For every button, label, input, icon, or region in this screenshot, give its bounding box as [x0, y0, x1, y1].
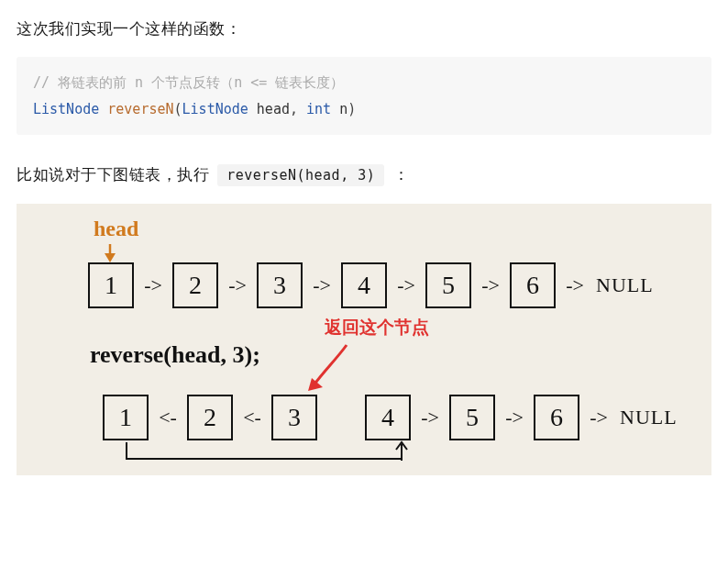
list-node: 2 [187, 395, 233, 440]
list-node: 3 [257, 262, 303, 308]
code-arg2: n [339, 101, 347, 117]
code-paren-close: ) [347, 101, 356, 117]
list-node: 4 [341, 262, 387, 308]
list-node: 4 [365, 395, 411, 440]
arrow-forward-icon: -> [471, 262, 510, 308]
svg-marker-2 [308, 378, 323, 391]
example-paragraph: 比如说对于下图链表，执行 reverseN(head, 3) ： [17, 161, 711, 190]
list-node: 3 [271, 395, 317, 440]
call-expression: reverse(head, 3); [90, 341, 697, 369]
arrow-forward-icon: -> [495, 395, 534, 440]
return-note-label: 返回这个节点 [325, 316, 429, 340]
arrow-back-icon: <- [233, 395, 271, 440]
arrow-forward-icon: -> [303, 262, 341, 308]
code-paren-open: ( [174, 101, 182, 117]
original-list-row: 1 -> 2 -> 3 -> 4 -> 5 -> 6 -> NULL [31, 262, 697, 308]
null-label: NULL [620, 406, 678, 429]
entry-arrow-icon [392, 439, 411, 462]
intro-paragraph: 这次我们实现一个这样的函数： [17, 15, 711, 44]
head-pointer-arrow-icon [101, 242, 119, 264]
arrow-null-icon: -> [579, 395, 618, 440]
code-type-return: ListNode [33, 101, 99, 117]
list-node: 5 [425, 262, 471, 308]
code-arg1: head [257, 101, 290, 117]
code-comment: // 将链表的前 n 个节点反转（n <= 链表长度） [33, 74, 344, 91]
reversed-list-row: 1 <- 2 <- 3 4 -> 5 -> 6 -> NULL [31, 395, 697, 440]
svg-marker-1 [105, 253, 116, 262]
arrow-back-icon: <- [149, 395, 187, 440]
list-node: 5 [449, 395, 495, 440]
example-prefix: 比如说对于下图链表，执行 [17, 166, 214, 184]
arrow-forward-icon: -> [411, 395, 449, 440]
return-pointer-arrow-icon [306, 340, 361, 395]
arrow-forward-icon: -> [134, 262, 172, 308]
gap [317, 395, 365, 440]
inline-code: reverseN(head, 3) [217, 164, 384, 186]
example-suffix: ： [393, 166, 410, 184]
list-node: 1 [103, 395, 149, 440]
list-node: 6 [534, 395, 579, 440]
arrow-forward-icon: -> [387, 262, 425, 308]
null-label: NULL [596, 273, 654, 297]
linked-list-figure: head 1 -> 2 -> 3 -> 4 -> 5 -> 6 -> NULL … [17, 204, 711, 475]
code-type-arg1: ListNode [182, 101, 248, 117]
head-label: head [94, 217, 138, 241]
code-type-int: int [306, 101, 331, 117]
list-node: 2 [172, 262, 218, 308]
arrow-null-icon: -> [556, 262, 594, 308]
code-block: // 将链表的前 n 个节点反转（n <= 链表长度） ListNode rev… [17, 57, 711, 135]
arrow-forward-icon: -> [218, 262, 257, 308]
code-comma: , [290, 101, 298, 117]
code-function-name: reverseN [107, 101, 173, 117]
list-node: 6 [510, 262, 556, 308]
list-node: 1 [88, 262, 134, 308]
successor-link-line-icon [105, 442, 416, 468]
